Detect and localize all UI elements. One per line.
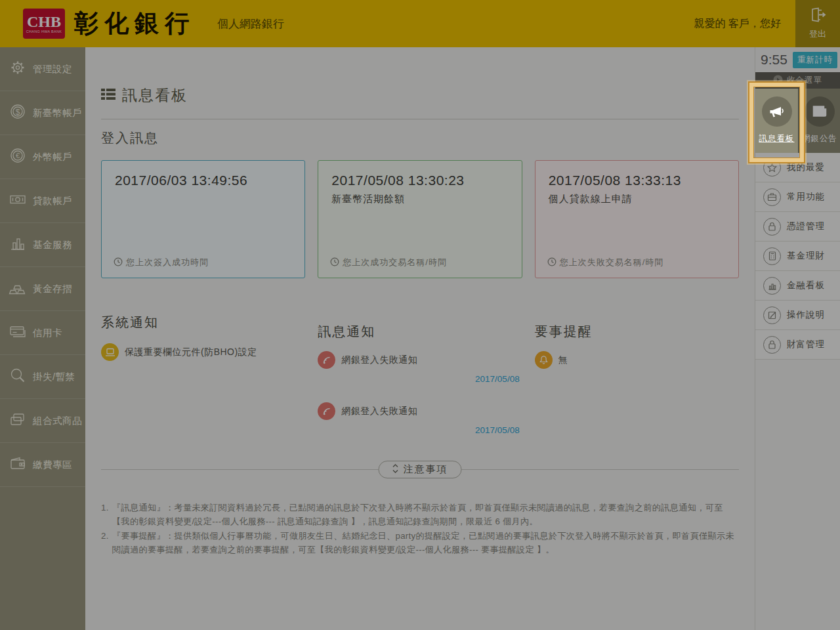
gear-icon [9, 58, 27, 79]
menu-item-wealth-management[interactable]: 財富管理 [755, 330, 840, 360]
collapse-arrow-icon [773, 75, 783, 87]
sidebar-item-label: 掛失/暫禁 [33, 371, 75, 383]
message-notice-title: 訊息通知 [318, 323, 522, 341]
lock-icon [763, 336, 781, 354]
system-notice-item[interactable]: 保護重要欄位元件(防BHO)設定 [101, 343, 305, 361]
sidebar-item-credit-card[interactable]: 信用卡 [0, 311, 85, 355]
logout-door-icon [809, 7, 826, 25]
sidebar-item-label: 新臺幣帳戶 [33, 107, 82, 119]
menu-item-label: 金融看板 [787, 280, 825, 291]
login-card-last-success-tx: 2017/05/08 13:30:23 新臺幣活期餘額 您上次成功交易名稱/時間 [318, 160, 522, 278]
footnote-number: 1. [101, 501, 112, 529]
tile-message-board[interactable]: 訊息看板 [755, 89, 798, 153]
clock-icon [114, 257, 123, 268]
sidebar-item-label: 基金服務 [33, 239, 72, 251]
session-timer: 9:55 [761, 52, 789, 68]
fund-chart-icon [9, 234, 27, 255]
notes-toggle-button[interactable]: 注意事項 [379, 461, 462, 478]
menu-item-label: 我的最愛 [787, 161, 825, 173]
chb-logo: CHB CHANG HWA BANK [23, 9, 65, 39]
sidebar-item-payments[interactable]: 繳費專區 [0, 443, 85, 487]
sidebar-item-report-loss[interactable]: 掛失/暫禁 [0, 355, 85, 399]
star-icon [763, 159, 781, 177]
menu-item-favorites[interactable]: 我的最愛 [755, 153, 840, 182]
bar-chart-icon [763, 277, 781, 295]
sidebar-item-gold-passbook[interactable]: 黃金存摺 [0, 267, 85, 311]
menu-item-fund-finance[interactable]: 基金理財 [755, 242, 840, 271]
portal-title: 個人網路銀行 [217, 16, 284, 32]
sidebar-item-label: 黃金存摺 [33, 283, 72, 295]
board-list-icon [101, 88, 116, 103]
logout-button[interactable]: 登出 [795, 0, 840, 47]
foreign-coin-icon: € [9, 146, 27, 167]
loan-banknote-icon [9, 190, 27, 211]
newspaper-icon [805, 96, 835, 127]
menu-item-instructions[interactable]: 操作說明 [755, 301, 840, 330]
card-datetime: 2017/05/08 13:33:13 [549, 173, 725, 188]
message-notice-link[interactable]: 網銀登入失敗通知 [318, 351, 522, 369]
menu-item-certificates[interactable]: 憑證管理 [755, 212, 840, 242]
pencil-square-icon [763, 306, 781, 324]
briefcase-icon [763, 188, 781, 206]
system-notice-title: 系統通知 [101, 314, 305, 331]
wallet-icon [9, 454, 27, 475]
tile-label: 訊息看板 [759, 133, 795, 144]
sidebar-item-label: 繳費專區 [33, 459, 72, 471]
card-datetime: 2017/06/03 13:49:56 [115, 173, 291, 188]
tile-bank-announcements[interactable]: 網銀公告 [798, 89, 840, 153]
reset-timer-button[interactable]: 重新計時 [793, 52, 837, 68]
lock-icon [763, 218, 781, 236]
bank-name: 彰化銀行 [74, 7, 195, 40]
card-datetime: 2017/05/08 13:30:23 [331, 173, 508, 188]
card-hint: 您上次失敗交易名稱/時間 [547, 257, 664, 268]
sidebar-item-label: 貸款帳戶 [33, 195, 72, 207]
card-hint: 您上次簽入成功時間 [114, 257, 209, 268]
footnote-item: 1. 『訊息通知』：考量未來訂閱資料過於冗長，已點閱過的訊息於下次登入時將不顯示… [101, 501, 738, 529]
message-notice-label: 網銀登入失敗通知 [341, 354, 417, 366]
bell-icon [535, 351, 553, 369]
sidebar-item-label: 管理設定 [33, 63, 72, 75]
sidebar-item-fund-services[interactable]: 基金服務 [0, 223, 85, 267]
message-notice-item: 網銀登入失敗通知 2017/05/08 [318, 402, 522, 435]
right-sidebar-menu: 我的最愛 常用功能 憑證管理 基金理財 金融看板 [755, 153, 840, 360]
sidebar-item-loan-accounts[interactable]: 貸款帳戶 [0, 179, 85, 223]
laptop-icon [101, 343, 119, 361]
card-subtitle: 新臺幣活期餘額 [331, 193, 508, 205]
title-divider [101, 119, 739, 119]
collapse-menu-button[interactable]: 收合選單 [755, 72, 840, 89]
system-notice-section: 系統通知 保護重要欄位元件(防BHO)設定 [101, 314, 305, 453]
sidebar-item-settings[interactable]: 管理設定 [0, 47, 85, 91]
footnote-text: 『要事提醒』：提供類似個人行事曆功能，可做朋友生日、結婚紀念日、party的提醒… [112, 529, 738, 557]
tile-label: 網銀公告 [802, 133, 837, 144]
main-content: 訊息看板 登入訊息 2017/06/03 13:49:56 您上次簽入成功時間 … [85, 47, 755, 630]
sidebar-item-ntd-accounts[interactable]: $ 新臺幣帳戶 [0, 91, 85, 135]
notification-sections: 系統通知 保護重要欄位元件(防BHO)設定 訊息通知 [101, 314, 739, 453]
menu-item-label: 基金理財 [787, 250, 825, 262]
card-hint-text: 您上次失敗交易名稱/時間 [560, 257, 664, 268]
user-greeting: 親愛的 客戶，您好 [694, 17, 781, 31]
chevron-updown-icon [392, 463, 399, 476]
login-section-title: 登入訊息 [101, 129, 739, 147]
right-sidebar: 9:55 重新計時 收合選單 訊息看板 [755, 47, 840, 630]
rss-icon [318, 351, 335, 369]
menu-item-label: 操作說明 [787, 309, 825, 321]
message-notice-date: 2017/05/08 [318, 425, 522, 435]
reminder-label: 無 [558, 354, 568, 366]
message-notice-section: 訊息通知 網銀登入失敗通知 2017/05/08 [318, 314, 522, 453]
sidebar-item-label: 信用卡 [33, 327, 62, 339]
chb-logo-subtext: CHANG HWA BANK [26, 30, 62, 33]
ntd-coin-icon: $ [9, 102, 27, 123]
footnotes: 1. 『訊息通知』：考量未來訂閱資料過於冗長，已點閱過的訊息於下次登入時將不顯示… [101, 501, 739, 557]
message-notice-link[interactable]: 網銀登入失敗通知 [318, 402, 522, 420]
rss-icon [318, 402, 335, 420]
session-timer-row: 9:55 重新計時 [755, 47, 840, 72]
calculator-icon [763, 247, 781, 265]
menu-item-label: 常用功能 [787, 191, 825, 203]
sidebar-item-combo-products[interactable]: 組合式商品 [0, 399, 85, 443]
menu-item-common-functions[interactable]: 常用功能 [755, 182, 840, 212]
clock-icon [547, 257, 556, 268]
sidebar-item-foreign-accounts[interactable]: € 外幣帳戶 [0, 135, 85, 179]
menu-item-financial-board[interactable]: 金融看板 [755, 271, 840, 301]
login-card-last-signin: 2017/06/03 13:49:56 您上次簽入成功時間 [101, 160, 305, 278]
reminder-title: 要事提醒 [535, 323, 739, 341]
